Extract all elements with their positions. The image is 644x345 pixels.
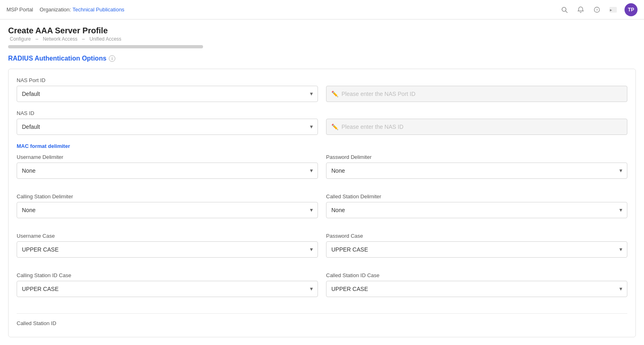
password-delimiter-row: Password Delimiter None ▼ (326, 154, 627, 179)
password-case-label: Password Case (326, 233, 627, 239)
username-case-select-wrapper: UPPER CASE LOWER CASE ▼ (17, 241, 318, 258)
password-case-select[interactable]: UPPER CASE LOWER CASE (326, 241, 627, 258)
username-delimiter-row: Username Delimiter None ▼ (17, 154, 318, 179)
called-station-id-section: Called Station ID (17, 313, 627, 326)
called-station-delimiter-label: Called Station Delimiter (326, 193, 627, 200)
password-delimiter-select[interactable]: None (326, 163, 627, 179)
avatar[interactable]: TP (625, 3, 638, 16)
pencil-icon: ✏️ (331, 124, 338, 130)
nas-port-id-label: NAS Port ID (17, 77, 627, 83)
username-delimiter-select[interactable]: None (17, 163, 318, 179)
called-station-id-case-select[interactable]: UPPER CASE LOWER CASE (326, 281, 627, 297)
pencil-icon: ✏️ (331, 91, 338, 97)
content-area: RADIUS Authentication Options i NAS Port… (0, 43, 644, 345)
nas-id-input-wrapper: ✏️ (326, 119, 627, 135)
mac-format-section: MAC format delimiter Username Delimiter … (17, 143, 627, 305)
nas-port-id-row: NAS Port ID Default ▼ ✏️ (17, 77, 627, 102)
scroll-indicator (8, 45, 203, 48)
password-delimiter-select-wrapper: None ▼ (326, 163, 627, 179)
page-title: Create AAA Server Profile (8, 26, 636, 35)
nas-port-id-select[interactable]: Default (17, 86, 318, 102)
nas-port-id-select-wrapper: Default ▼ (17, 86, 318, 102)
section-title: RADIUS Authentication Options i (8, 55, 636, 62)
nas-id-label: NAS ID (17, 110, 627, 116)
called-station-delimiter-row: Called Station Delimiter None ▼ (326, 193, 627, 218)
calling-station-id-case-label: Calling Station ID Case (17, 272, 318, 278)
called-station-id-case-label: Called Station ID Case (326, 272, 627, 278)
username-case-row: Username Case UPPER CASE LOWER CASE ▼ (17, 233, 318, 258)
called-station-delimiter-select[interactable]: None (326, 202, 627, 218)
svg-text:?: ? (596, 8, 598, 12)
calling-station-delimiter-select-wrapper: None ▼ (17, 202, 318, 218)
called-station-delimiter-select-wrapper: None ▼ (326, 202, 627, 218)
search-icon[interactable] (560, 5, 569, 15)
mac-format-label: MAC format delimiter (17, 143, 627, 149)
radius-options-card: NAS Port ID Default ▼ ✏️ NAS ID (8, 69, 636, 337)
brand-label: MSP Portal (6, 7, 33, 13)
calling-station-delimiter-row: Calling Station Delimiter None ▼ (17, 193, 318, 218)
nas-port-id-input-wrapper: ✏️ (326, 86, 627, 102)
svg-line-1 (566, 11, 567, 13)
called-station-id-label: Called Station ID (17, 320, 627, 326)
page-header: Create AAA Server Profile Configure – Ne… (0, 20, 644, 43)
password-delimiter-label: Password Delimiter (326, 154, 627, 160)
info-icon[interactable]: i (109, 55, 115, 62)
calling-station-id-case-select[interactable]: UPPER CASE LOWER CASE (17, 281, 318, 297)
bell-icon[interactable] (576, 5, 586, 15)
org-label: Organization: Technical Publications (40, 7, 125, 13)
calling-station-delimiter-label: Calling Station Delimiter (17, 193, 318, 200)
nas-port-id-input[interactable] (341, 91, 622, 97)
username-case-label: Username Case (17, 233, 318, 239)
password-case-select-wrapper: UPPER CASE LOWER CASE ▼ (326, 241, 627, 258)
password-case-row: Password Case UPPER CASE LOWER CASE ▼ (326, 233, 627, 258)
org-link[interactable]: Technical Publications (72, 7, 124, 13)
calling-station-delimiter-select[interactable]: None (17, 202, 318, 218)
breadcrumb: Configure – Network Access – Unified Acc… (8, 36, 636, 42)
username-delimiter-select-wrapper: None ▼ (17, 163, 318, 179)
calling-station-id-case-select-wrapper: UPPER CASE LOWER CASE ▼ (17, 281, 318, 297)
called-station-id-case-row: Called Station ID Case UPPER CASE LOWER … (326, 272, 627, 297)
help-icon[interactable]: ? (592, 5, 602, 15)
username-delimiter-label: Username Delimiter (17, 154, 318, 160)
nas-id-select[interactable]: Default (17, 119, 318, 135)
user-icon[interactable]: ▶ (608, 5, 618, 15)
nas-id-select-wrapper: Default ▼ (17, 119, 318, 135)
nas-id-row: NAS ID Default ▼ ✏️ (17, 110, 627, 135)
username-case-select[interactable]: UPPER CASE LOWER CASE (17, 241, 318, 258)
called-station-id-case-select-wrapper: UPPER CASE LOWER CASE ▼ (326, 281, 627, 297)
topnav: MSP Portal Organization: Technical Publi… (0, 0, 644, 20)
calling-station-id-case-row: Calling Station ID Case UPPER CASE LOWER… (17, 272, 318, 297)
mac-format-grid: Username Delimiter None ▼ Password Delim… (17, 154, 627, 305)
nas-id-input[interactable] (341, 124, 622, 130)
nav-icons: ? ▶ TP (560, 3, 638, 16)
